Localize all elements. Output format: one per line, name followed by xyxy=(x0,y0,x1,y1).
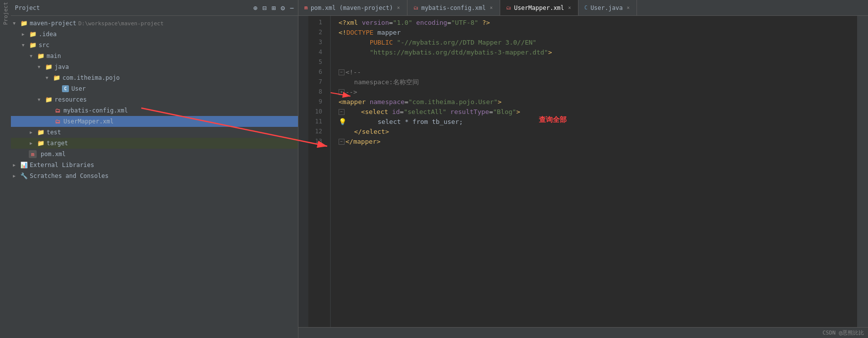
select-id-val: "selectAll" xyxy=(404,107,446,117)
maven-project-path: D:\workspace\maven-project xyxy=(78,20,164,27)
pi-open: <? xyxy=(339,18,347,28)
target-label: target xyxy=(47,140,68,147)
code-line-1: <?xml version="1.0" encoding="UTF-8" ?> xyxy=(339,18,849,28)
line-num-2: 2 xyxy=(308,28,326,38)
scratches-label: Scratches and Consoles xyxy=(30,172,109,179)
mapper-close-tag: mapper xyxy=(353,137,377,147)
pom-icon: m xyxy=(29,150,37,158)
l10-indent xyxy=(346,107,361,117)
mybatis-tab-close[interactable]: × xyxy=(489,4,494,11)
code-line-12: </select> xyxy=(339,127,849,137)
usermapper-tab-label: UserMapper.xml xyxy=(514,4,564,11)
tab-pom[interactable]: m pom.xml (maven-project) × xyxy=(298,0,407,15)
code-line-11: 💡 select * from tb_user; xyxy=(339,117,849,127)
collapse-all-icon[interactable]: ⊟ xyxy=(262,4,266,12)
select-tag: select xyxy=(365,107,392,117)
pi-encoding-val: "UTF-8" xyxy=(451,18,478,28)
sql-content: select * from tb_user; xyxy=(378,117,463,127)
code-line-3: PUBLIC "-//mybatis.org//DTD Mapper 3.0//… xyxy=(339,38,849,48)
mapper-eq: = xyxy=(405,97,408,108)
code-line-8: + --> xyxy=(339,87,849,97)
fold-icon-8[interactable]: + xyxy=(339,89,345,95)
test-label: test xyxy=(47,129,61,136)
pom-tab-close[interactable]: × xyxy=(396,4,401,11)
ext-lib-icon: 📊 xyxy=(20,161,28,169)
line-num-1: 1 xyxy=(308,18,326,28)
locate-icon[interactable]: ⊕ xyxy=(253,4,257,12)
ext-lib-label: External Libraries xyxy=(30,162,94,169)
tree-item-mybatis-config[interactable]: 🗂 mybatis-config.xml xyxy=(11,105,298,116)
src-folder-icon: 📁 xyxy=(29,41,37,49)
tab-bar: m pom.xml (maven-project) × 🗂 mybatis-co… xyxy=(298,0,868,16)
tree-item-pom[interactable]: m pom.xml xyxy=(11,149,298,160)
select-rt-val: "Blog" xyxy=(493,107,516,117)
sidebar-title: Project xyxy=(15,4,250,11)
doctype-bracket: <! xyxy=(339,28,347,38)
code-area[interactable]: <?xml version="1.0" encoding="UTF-8" ?> … xyxy=(331,16,857,327)
editor-body: 1 2 3 4 5 6 7 8 9 10 11 12 13 <?xml vers… xyxy=(298,16,868,327)
tree-item-usermapper[interactable]: 🗂 UserMapper.xml xyxy=(11,116,298,127)
mybatis-config-label: mybatis-config.xml xyxy=(63,107,128,114)
tree-item-idea[interactable]: ▶ 📁 .idea xyxy=(11,29,298,40)
tab-user[interactable]: C User.java × xyxy=(579,0,637,15)
code-line-4: "https://mybatis.org/dtd/mybatis-3-mappe… xyxy=(339,48,849,57)
arrow-test: ▶ xyxy=(30,130,37,135)
comment-namespace: namespace:名称空间 xyxy=(339,77,419,88)
code-line-10: − <select id="selectAll" resultType="Blo… xyxy=(339,107,849,117)
select-rt-attr: resultType xyxy=(450,107,489,117)
target-folder-icon: 📁 xyxy=(37,139,45,147)
tree-item-main[interactable]: ▼ 📁 main xyxy=(11,51,298,61)
tree-item-target[interactable]: ▶ 📁 target xyxy=(11,138,298,149)
user-tab-close[interactable]: × xyxy=(626,4,631,11)
main-editor: m pom.xml (maven-project) × 🗂 mybatis-co… xyxy=(298,0,868,338)
tree-item-resources[interactable]: ▼ 📁 resources xyxy=(11,94,298,105)
mybatis-tab-label: mybatis-config.xml xyxy=(421,4,486,11)
usermapper-tab-icon: 🗂 xyxy=(506,5,511,10)
usermapper-tab-close[interactable]: × xyxy=(567,4,572,11)
maven-project-label: maven-project xyxy=(30,20,76,27)
code-line-13: − </mapper> xyxy=(339,137,849,147)
tab-usermapper[interactable]: 🗂 UserMapper.xml × xyxy=(500,0,579,15)
package-folder-icon: 📁 xyxy=(53,74,60,82)
line-num-3: 3 xyxy=(308,38,326,48)
mapper-close-lt: </ xyxy=(346,137,353,147)
project-label: Project xyxy=(2,2,9,25)
fold-icon-6[interactable]: − xyxy=(339,69,345,75)
code-line-6: − <!-- xyxy=(339,67,849,77)
user-tab-label: User.java xyxy=(590,4,623,11)
tree-item-test[interactable]: ▶ 📁 test xyxy=(11,127,298,138)
mapper-ns-val: "com.itheima.pojo.User" xyxy=(408,97,498,108)
pi-eq1: = xyxy=(389,18,393,28)
sql-indent xyxy=(347,117,378,127)
tree-item-src[interactable]: ▼ 📁 src xyxy=(11,40,298,51)
fold-icon-13[interactable]: − xyxy=(339,139,345,145)
doctype-kw: DOCTYPE xyxy=(347,28,374,38)
pom-tab-label: pom.xml (maven-project) xyxy=(311,4,393,11)
sidebar: Project ⊕ ⊟ ⊞ ⚙ − ▼ 📁 maven-project D:\w… xyxy=(11,0,298,338)
bulb-icon-11[interactable]: 💡 xyxy=(339,117,347,127)
tree-item-ext-lib[interactable]: ▶ 📊 External Libraries xyxy=(11,160,298,170)
minimize-icon[interactable]: − xyxy=(290,4,294,12)
scratches-icon: 🔧 xyxy=(20,172,28,180)
project-folder-icon: 📁 xyxy=(20,19,28,27)
arrow-maven-project: ▼ xyxy=(13,21,20,26)
pi-tag: xml xyxy=(347,18,362,28)
status-right-text: CSDN @恶熊比比 xyxy=(822,329,864,337)
expand-icon[interactable]: ⊞ xyxy=(272,4,276,12)
tree-item-user-class[interactable]: C User xyxy=(11,83,298,94)
gear-icon[interactable]: ⚙ xyxy=(281,4,285,12)
mapper-gt: > xyxy=(498,97,502,108)
code-line-2: <!DOCTYPE mapper xyxy=(339,28,849,38)
resources-folder-icon: 📁 xyxy=(45,96,53,104)
pi-encoding-attr: encoding xyxy=(416,18,448,28)
tab-mybatis[interactable]: 🗂 mybatis-config.xml × xyxy=(407,0,500,15)
tree-item-scratches[interactable]: ▶ 🔧 Scratches and Consoles xyxy=(11,170,298,181)
l3-spaces xyxy=(339,38,370,48)
src-label: src xyxy=(39,42,50,49)
fold-icon-10[interactable]: − xyxy=(339,109,345,115)
tree-item-com-itheima[interactable]: ▼ 📁 com.itheima.pojo xyxy=(11,72,298,83)
tree-item-maven-project[interactable]: ▼ 📁 maven-project D:\workspace\maven-pro… xyxy=(11,18,298,29)
tree-item-java[interactable]: ▼ 📁 java xyxy=(11,61,298,72)
line-numbers: 1 2 3 4 5 6 7 8 9 10 11 12 13 xyxy=(308,16,331,327)
line-num-9: 9 xyxy=(308,97,326,107)
